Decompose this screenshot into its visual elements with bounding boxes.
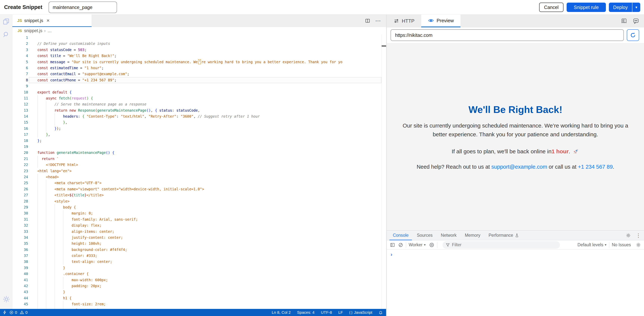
line-number[interactable]: 26 [12,186,38,192]
line-number[interactable]: 1 [12,35,38,41]
line-number[interactable]: 32 [12,222,38,228]
line-number[interactable]: 29 [12,204,38,210]
code-line[interactable]: 6const estimatedTime = "1 hour"; [12,65,382,71]
line-number[interactable]: 35 [12,240,38,246]
console-output[interactable]: › [387,250,644,316]
code-line[interactable]: 13 return new Response(generateMaintenan… [12,107,382,113]
search-icon[interactable] [2,31,10,38]
code-line[interactable]: 4const title = "We'll Be Right Back!"; [12,53,382,59]
files-icon[interactable] [2,18,10,25]
line-number[interactable]: 38 [12,259,38,264]
line-number[interactable]: 27 [12,192,38,198]
refresh-button[interactable] [627,29,639,41]
code-line[interactable]: 34 justify-content: center; [12,234,382,240]
code-line[interactable]: 1 [12,35,382,41]
line-number[interactable]: 43 [12,289,38,295]
line-number[interactable]: 19 [12,144,38,150]
line-number[interactable]: 30 [12,210,38,216]
notifications-bell-icon[interactable] [379,310,383,314]
devtools-settings-gear-icon[interactable] [626,233,631,238]
console-filter[interactable] [442,241,560,249]
tab-snippet-js[interactable]: JS snippet.js × [12,15,92,27]
language-mode[interactable]: { } JavaScript [349,310,372,315]
code-line[interactable]: 21 return ` [12,156,382,162]
console-settings-gear-icon[interactable] [636,242,641,247]
line-number[interactable]: 12 [12,101,38,107]
code-line[interactable]: 26 <meta name="viewport" content="width=… [12,186,382,192]
console-sidebar-toggle-icon[interactable] [390,242,395,247]
line-number[interactable]: 13 [12,107,38,113]
tab-console[interactable]: Console [390,230,412,240]
line-number[interactable]: 40 [12,271,38,277]
line-number[interactable]: 39 [12,265,38,271]
support-email-link[interactable]: support@example.com [491,164,547,170]
code-line[interactable]: 9 [12,83,382,89]
log-levels-dropdown[interactable]: Default levels ▾ [578,242,606,247]
code-line[interactable]: 30 margin: 0; [12,210,382,216]
code-line[interactable]: 45 font-size: 2rem; [12,301,382,307]
code-line[interactable]: 46 color: #0056b3; [12,307,382,309]
code-line[interactable]: 20function generateMaintenancePage() { [12,150,382,156]
line-number[interactable]: 46 [12,307,38,309]
line-number[interactable]: 28 [12,198,38,204]
eol-sequence[interactable]: LF [338,310,343,315]
console-prompt[interactable]: › [390,251,392,257]
code-line[interactable]: 31 font-family: Arial, sans-serif; [12,216,382,222]
context-selector[interactable]: Worker ▾ [409,242,426,247]
editor-scrollbar[interactable] [382,35,386,309]
breadcrumb-symbol[interactable]: … [48,28,52,33]
code-line[interactable]: 38 text-align: center; [12,259,382,264]
code-line[interactable]: 40 .container { [12,271,382,277]
code-line[interactable]: 23<html lang="en"> [12,168,382,174]
code-line[interactable]: 5const message = "Our site is currently … [12,59,382,65]
issues-counter[interactable]: No Issues [612,242,631,247]
settings-gear-icon[interactable] [2,295,10,302]
code-line[interactable]: 17 }, [12,131,382,137]
kebab-menu-icon[interactable]: ⋮ [636,232,641,239]
line-number[interactable]: 37 [12,253,38,259]
line-number[interactable]: 22 [12,162,38,168]
code-line[interactable]: 22 <!DOCTYPE html> [12,162,382,168]
code-line[interactable]: 29 body { [12,204,382,210]
tab-network[interactable]: Network [438,230,460,240]
code-line[interactable]: 18}; [12,138,382,144]
cursor-position[interactable]: Ln 8, Col 2 [272,310,291,315]
line-number[interactable]: 24 [12,174,38,180]
line-number[interactable]: 33 [12,228,38,234]
code-line[interactable]: 32 display: flex; [12,222,382,228]
line-number[interactable]: 10 [12,89,38,95]
code-line[interactable]: 35 height: 100vh; [12,240,382,246]
code-line[interactable]: 36 background-color: #f4f4f4; [12,247,382,253]
tab-preview[interactable]: Preview [421,15,460,27]
live-expression-eye-icon[interactable] [429,242,434,248]
line-number[interactable]: 45 [12,301,38,307]
code-line[interactable]: 14 headers: { "Content-Type": "text/html… [12,113,382,119]
line-number[interactable]: 2 [12,41,38,47]
code-line[interactable]: 7const contactEmail = "support@example.c… [12,71,382,77]
code-line[interactable]: 37 color: #333; [12,253,382,259]
code-line[interactable]: 16 }); [12,125,382,131]
close-tab-icon[interactable]: × [46,18,50,23]
code-line[interactable]: 43 } [12,289,382,295]
tab-http[interactable]: HTTP [387,15,421,27]
breadcrumb[interactable]: JS snippet.js › … [12,27,382,35]
line-number[interactable]: 5 [12,59,38,65]
code-line[interactable]: 27 <title>${title}</title> [12,192,382,198]
line-number[interactable]: 14 [12,113,38,119]
line-number[interactable]: 15 [12,119,38,125]
code-line[interactable]: 39 } [12,265,382,271]
snippet-rule-button[interactable]: Snippet rule [567,3,606,12]
code-line[interactable]: 41 max-width: 600px; [12,277,382,283]
line-number[interactable]: 6 [12,65,38,71]
clear-console-icon[interactable] [398,242,403,247]
cancel-button[interactable]: Cancel [539,3,564,12]
docs-book-icon[interactable] [621,18,627,24]
code-editor[interactable]: 12// Define your customizable inputs3con… [12,35,382,309]
code-line[interactable]: 25 <meta charset="UTF-8"> [12,180,382,186]
deploy-button[interactable]: Deploy [609,3,632,12]
tab-memory[interactable]: Memory [462,230,484,240]
code-line[interactable]: 28 <style> [12,198,382,204]
split-editor-icon[interactable] [365,18,370,24]
code-line[interactable]: 44 h1 { [12,295,382,301]
phone-link[interactable]: +1 234 567 89 [578,164,612,170]
